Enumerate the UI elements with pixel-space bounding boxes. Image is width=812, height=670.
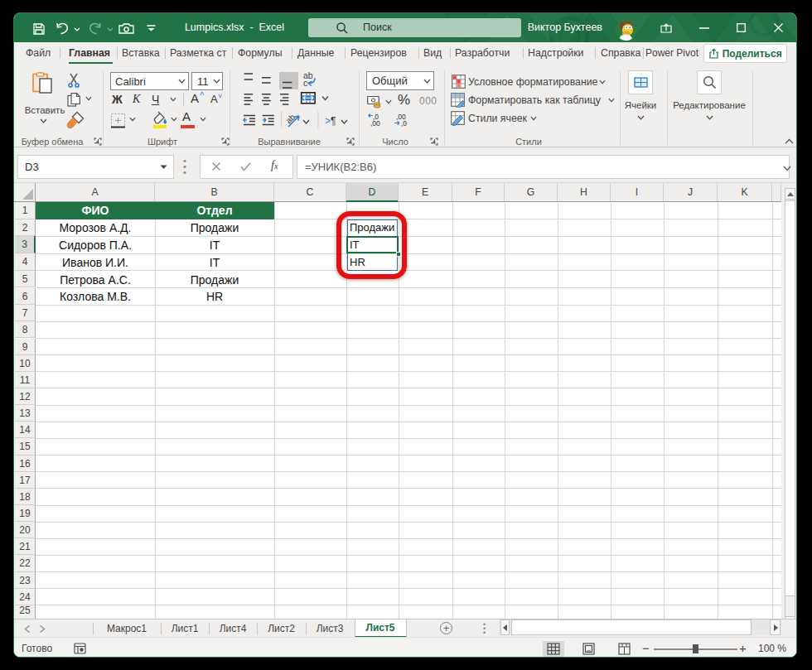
svg-text:¶: ¶ (331, 115, 336, 127)
svg-text:>: > (325, 115, 331, 127)
svg-text:c: c (303, 78, 307, 88)
svg-text:,00: ,00 (370, 119, 380, 127)
svg-text:,0: ,0 (401, 119, 407, 127)
svg-text:ab: ab (284, 112, 297, 125)
